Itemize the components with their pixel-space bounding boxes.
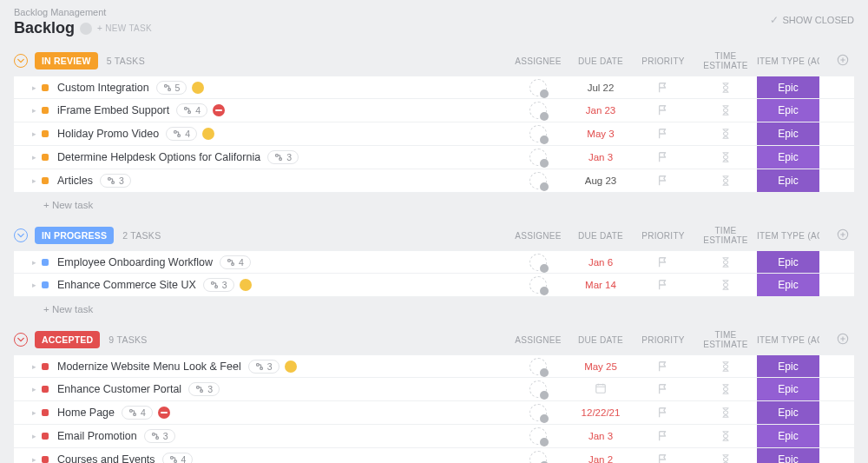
time-estimate-cell[interactable] — [694, 256, 757, 268]
section-collapse-button[interactable] — [14, 54, 28, 68]
tag-red-icon[interactable] — [213, 104, 225, 116]
task-name[interactable]: Employee Onboarding Workflow — [57, 256, 213, 268]
subtask-count-pill[interactable]: 5 — [156, 81, 187, 95]
assignee-cell[interactable] — [507, 380, 569, 398]
item-type-cell[interactable]: Epic — [757, 378, 819, 400]
task-due-date[interactable]: Jan 6 — [589, 257, 613, 268]
time-estimate-cell[interactable] — [694, 128, 757, 140]
item-type-cell[interactable]: Epic — [757, 99, 819, 122]
priority-cell[interactable] — [632, 151, 694, 163]
tag-yellow-icon[interactable] — [240, 279, 252, 291]
new-task-top-button[interactable]: + NEW TASK — [97, 23, 152, 33]
subtask-count-pill[interactable]: 4 — [220, 255, 251, 269]
task-due-date[interactable]: Mar 14 — [585, 280, 616, 290]
due-date-cell[interactable]: Jan 2 — [569, 454, 632, 463]
due-date-cell[interactable]: Aug 23 — [569, 175, 632, 186]
calendar-icon[interactable] — [595, 382, 607, 396]
task-due-date[interactable]: Jul 22 — [588, 83, 615, 93]
column-header-priority[interactable]: PRIORITY — [632, 231, 694, 241]
priority-cell[interactable] — [632, 104, 694, 116]
due-date-cell[interactable]: Jan 23 — [569, 105, 632, 116]
expand-caret-icon[interactable]: ▸ — [30, 432, 38, 440]
status-pill[interactable]: ACCEPTED — [35, 331, 100, 348]
expand-caret-icon[interactable]: ▸ — [30, 176, 38, 185]
due-date-cell[interactable]: May 3 — [569, 129, 632, 139]
task-due-date[interactable]: Jan 23 — [586, 105, 616, 116]
task-name[interactable]: Modernize Website Menu Look & Feel — [57, 360, 241, 373]
add-column-button[interactable] — [819, 333, 854, 347]
subtask-count-pill[interactable]: 3 — [144, 429, 175, 443]
task-row[interactable]: ▸ Enhance Commerce Site UX 3 Mar 14 Epic — [14, 274, 854, 297]
task-name[interactable]: Articles — [57, 175, 93, 187]
due-date-cell[interactable]: 12/22/21 — [569, 407, 632, 418]
task-due-date[interactable]: May 25 — [584, 361, 617, 372]
task-status-square[interactable] — [42, 154, 49, 161]
subtask-count-pill[interactable]: 3 — [248, 360, 279, 374]
tag-yellow-icon[interactable] — [192, 82, 204, 94]
expand-caret-icon[interactable]: ▸ — [30, 106, 38, 115]
add-column-button[interactable] — [819, 228, 854, 242]
task-status-square[interactable] — [42, 281, 49, 288]
column-header-item-type[interactable]: ITEM TYPE (AGIL... — [757, 335, 819, 345]
due-date-cell[interactable]: Jul 22 — [569, 83, 632, 93]
tag-red-icon[interactable] — [158, 407, 170, 419]
assignee-cell[interactable] — [507, 427, 569, 445]
expand-caret-icon[interactable]: ▸ — [30, 408, 38, 417]
expand-caret-icon[interactable]: ▸ — [30, 129, 38, 138]
column-header-due[interactable]: DUE DATE — [569, 231, 632, 241]
status-pill[interactable]: IN PROGRESS — [35, 227, 114, 244]
task-due-date[interactable]: 12/22/21 — [582, 407, 621, 418]
task-name[interactable]: Determine Helpdesk Options for Californi… — [57, 151, 260, 163]
tag-yellow-icon[interactable] — [285, 360, 297, 373]
item-type-cell[interactable]: Epic — [757, 251, 819, 273]
new-task-row-button[interactable]: + New task — [14, 193, 854, 212]
expand-caret-icon[interactable]: ▸ — [30, 258, 38, 267]
expand-caret-icon[interactable]: ▸ — [30, 83, 38, 92]
task-status-square[interactable] — [42, 130, 49, 137]
subtask-count-pill[interactable]: 3 — [188, 382, 220, 396]
subtask-count-pill[interactable]: 3 — [267, 150, 299, 164]
expand-caret-icon[interactable]: ▸ — [30, 153, 38, 162]
column-header-assignee[interactable]: ASSIGNEE — [507, 56, 569, 66]
item-type-cell[interactable]: Epic — [757, 76, 819, 98]
item-type-cell[interactable]: Epic — [757, 274, 819, 296]
priority-cell[interactable] — [632, 279, 694, 291]
due-date-cell[interactable] — [569, 382, 632, 396]
task-status-square[interactable] — [42, 386, 49, 393]
tag-yellow-icon[interactable] — [202, 128, 214, 140]
time-estimate-cell[interactable] — [694, 175, 757, 187]
task-due-date[interactable]: Jan 2 — [589, 454, 613, 463]
item-type-cell[interactable]: Epic — [757, 122, 819, 145]
priority-cell[interactable] — [632, 175, 694, 187]
item-type-cell[interactable]: Epic — [757, 425, 819, 447]
expand-caret-icon[interactable]: ▸ — [30, 385, 38, 394]
priority-cell[interactable] — [632, 128, 694, 140]
time-estimate-cell[interactable] — [694, 407, 757, 419]
task-row[interactable]: ▸ Employee Onboarding Workflow 4 Jan 6 E… — [14, 250, 854, 274]
priority-cell[interactable] — [632, 82, 694, 94]
task-status-square[interactable] — [42, 409, 49, 416]
time-estimate-cell[interactable] — [694, 82, 757, 94]
due-date-cell[interactable]: Mar 14 — [569, 280, 632, 290]
priority-cell[interactable] — [632, 407, 694, 419]
subtask-count-pill[interactable]: 4 — [176, 103, 207, 117]
assignee-cell[interactable] — [507, 276, 569, 294]
task-row[interactable]: ▸ Articles 3 Aug 23 Epic — [14, 169, 854, 193]
item-type-cell[interactable]: Epic — [757, 146, 819, 169]
show-closed-toggle[interactable]: ✓ SHOW CLOSED — [770, 7, 854, 26]
assignee-cell[interactable] — [507, 172, 569, 189]
priority-cell[interactable] — [632, 256, 694, 268]
assignee-cell[interactable] — [507, 102, 569, 119]
subtask-count-pill[interactable]: 4 — [166, 127, 197, 141]
task-due-date[interactable]: Aug 23 — [585, 175, 616, 186]
task-status-square[interactable] — [42, 177, 49, 184]
time-estimate-cell[interactable] — [694, 360, 757, 373]
task-row[interactable]: ▸ Determine Helpdesk Options for Califor… — [14, 146, 854, 169]
task-due-date[interactable]: Jan 3 — [589, 431, 613, 441]
item-type-cell[interactable]: Epic — [757, 448, 819, 463]
assignee-cell[interactable] — [507, 79, 569, 96]
time-estimate-cell[interactable] — [694, 104, 757, 116]
time-estimate-cell[interactable] — [694, 279, 757, 291]
assignee-cell[interactable] — [507, 149, 569, 166]
assignee-cell[interactable] — [507, 125, 569, 142]
